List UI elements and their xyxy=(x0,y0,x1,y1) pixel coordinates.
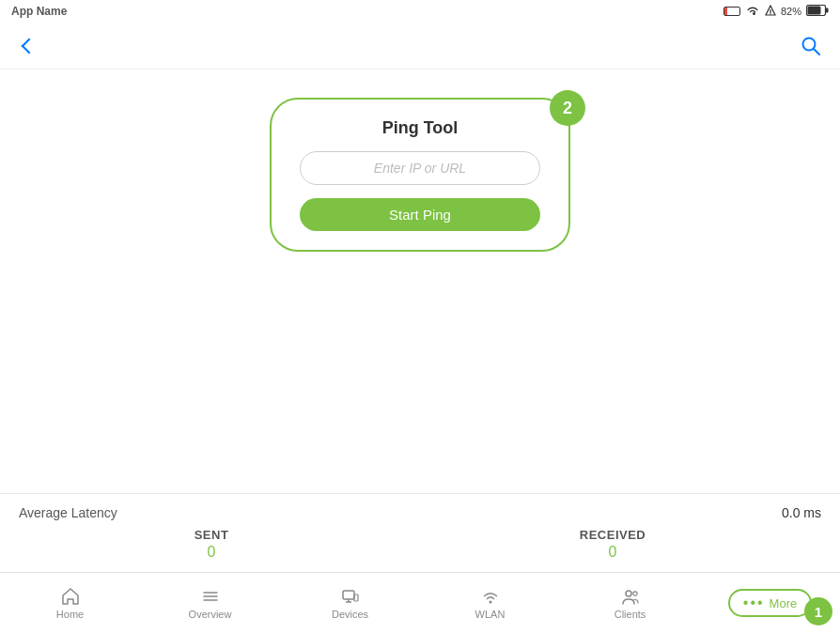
nav-item-wlan[interactable]: WLAN xyxy=(420,573,560,633)
more-label: More xyxy=(770,596,798,610)
ip-url-input[interactable] xyxy=(300,151,540,185)
avg-latency-row: Average Latency 0.0 ms xyxy=(19,505,821,520)
more-dots-icon: ••• xyxy=(743,594,765,611)
overview-label: Overview xyxy=(189,609,232,620)
received-value: 0 xyxy=(609,544,617,561)
status-bar: App Name 82% xyxy=(0,0,840,23)
nav-item-more[interactable]: ••• More 1 xyxy=(700,573,840,633)
wifi-status-icon xyxy=(745,5,760,18)
header xyxy=(0,23,840,69)
more-pill: ••• More xyxy=(728,589,812,617)
received-stat: RECEIVED 0 xyxy=(580,528,646,561)
more-badge-1: 1 xyxy=(804,597,832,625)
clients-label: Clients xyxy=(614,609,646,620)
signal-icon xyxy=(765,5,776,18)
back-chevron-icon xyxy=(22,38,38,54)
nav-item-home[interactable]: Home xyxy=(0,573,140,633)
nav-item-clients[interactable]: Clients xyxy=(560,573,700,633)
battery-percent: 82% xyxy=(781,6,801,17)
back-button[interactable] xyxy=(15,32,43,60)
svg-line-7 xyxy=(814,49,819,54)
clients-icon xyxy=(621,587,640,606)
svg-rect-5 xyxy=(808,7,821,15)
bottom-nav: Home Overview Devices WLAN xyxy=(0,572,840,633)
received-label: RECEIVED xyxy=(580,528,646,542)
sent-label: SENT xyxy=(194,528,229,542)
avg-latency-label: Average Latency xyxy=(19,505,117,520)
svg-point-2 xyxy=(770,13,770,14)
wlan-icon xyxy=(481,587,500,606)
search-icon xyxy=(801,36,821,56)
svg-rect-11 xyxy=(343,591,354,599)
start-ping-button[interactable]: Start Ping xyxy=(300,198,540,231)
home-label: Home xyxy=(56,609,84,620)
svg-point-15 xyxy=(489,600,491,603)
ping-badge-2: 2 xyxy=(550,90,585,126)
svg-point-16 xyxy=(626,591,631,596)
wlan-label: WLAN xyxy=(475,609,506,620)
avg-latency-value: 0.0 ms xyxy=(782,505,821,520)
nav-item-devices[interactable]: Devices xyxy=(280,573,420,633)
carrier-label: App Name xyxy=(11,5,67,18)
sent-stat: SENT 0 xyxy=(194,528,229,561)
ping-tool-card: Ping Tool Start Ping 2 xyxy=(270,98,570,252)
stats-section: Average Latency 0.0 ms SENT 0 RECEIVED 0 xyxy=(0,493,840,572)
svg-rect-4 xyxy=(826,8,829,13)
main-content: Ping Tool Start Ping 2 Average Latency 0… xyxy=(0,69,840,572)
devices-icon xyxy=(341,587,360,606)
svg-point-17 xyxy=(632,591,636,594)
sent-value: 0 xyxy=(208,544,216,561)
stats-row: SENT 0 RECEIVED 0 xyxy=(19,528,821,561)
search-button[interactable] xyxy=(797,32,825,60)
status-indicators: 82% xyxy=(723,5,829,18)
nav-item-overview[interactable]: Overview xyxy=(140,573,280,633)
devices-label: Devices xyxy=(332,609,368,620)
overview-icon xyxy=(201,587,220,606)
battery-red-icon xyxy=(723,7,740,16)
ping-tool-title: Ping Tool xyxy=(382,118,459,138)
home-icon xyxy=(61,587,80,606)
battery-icon xyxy=(806,5,829,18)
